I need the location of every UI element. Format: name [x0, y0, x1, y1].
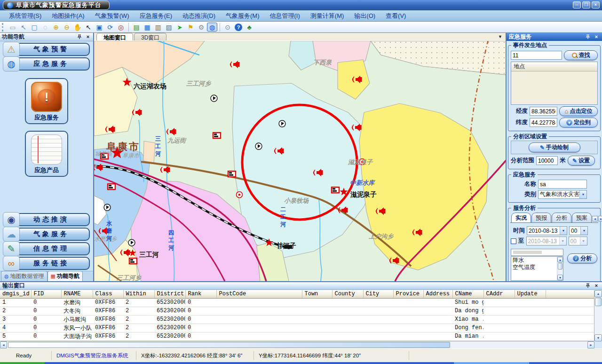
- layers-icon[interactable]: ▤: [131, 23, 142, 32]
- table-row[interactable]: 10水磨沟0XFF8626523020000Shui mo gou: [0, 298, 594, 307]
- pin-icon[interactable]: [585, 283, 591, 289]
- settings-gear-icon[interactable]: ⚙: [196, 23, 206, 32]
- close-button[interactable]: ×: [592, 1, 600, 8]
- zoom-in-icon[interactable]: ⊕: [51, 23, 61, 32]
- list-item[interactable]: 空气温度: [511, 264, 556, 271]
- column-header[interactable]: CName: [452, 290, 483, 298]
- search-button[interactable]: 查找: [564, 50, 598, 60]
- column-header[interactable]: dmgis_id: [0, 290, 31, 298]
- globe-view-icon[interactable]: ◍: [207, 23, 217, 32]
- tab-forecast[interactable]: 预报: [531, 213, 551, 222]
- plot-print-icon[interactable]: ▨: [164, 23, 174, 32]
- location-list[interactable]: 地点: [511, 62, 598, 105]
- close-icon[interactable]: ×: [85, 34, 91, 40]
- manual-draw-button[interactable]: ✎手动绘制: [529, 142, 580, 152]
- nav-item-service-link[interactable]: ∞服务链接: [3, 257, 90, 270]
- tab-plan[interactable]: 预案: [572, 213, 592, 222]
- big-button-emergency-service[interactable]: !应急服务: [25, 78, 68, 124]
- pin-icon[interactable]: [585, 34, 591, 40]
- minimize-button[interactable]: ─: [573, 1, 581, 8]
- select-free-icon[interactable]: ◌: [40, 23, 50, 32]
- column-header[interactable]: PostCode: [216, 290, 302, 298]
- zoom-out-icon[interactable]: ⊖: [62, 23, 72, 32]
- column-header[interactable]: Rank: [185, 290, 216, 298]
- window-list-dropdown-icon[interactable]: ▼: [498, 34, 502, 39]
- select-rect-icon[interactable]: ▢: [29, 23, 40, 32]
- column-header[interactable]: FID: [31, 290, 61, 298]
- nav-item-emergency-service[interactable]: ◍应急服务: [3, 57, 90, 71]
- menu-item[interactable]: 气象预警(W): [90, 12, 135, 20]
- output-vertical-scrollbar[interactable]: ▲ ▼: [594, 290, 602, 341]
- menu-item[interactable]: 信息管理(I): [265, 12, 305, 20]
- zoom-scale-icon[interactable]: ◎: [116, 23, 126, 32]
- column-header[interactable]: Provice: [393, 290, 423, 298]
- close-icon[interactable]: ×: [593, 283, 600, 289]
- scroll-down-icon[interactable]: ▼: [557, 275, 563, 280]
- menu-item[interactable]: 系统管理(S): [4, 12, 47, 20]
- menu-item[interactable]: 地图操作(A): [47, 12, 89, 20]
- visibility-eye-icon[interactable]: ⊙: [222, 23, 233, 32]
- nav-item-info-management[interactable]: ✎信息管理: [3, 242, 90, 255]
- column-header[interactable]: Class: [93, 290, 123, 298]
- tab-func-nav[interactable]: ▦功能导航: [48, 271, 83, 281]
- analysis-range-input[interactable]: [536, 156, 558, 165]
- element-listbox[interactable]: 降水空气温度 ▲ ▼: [511, 256, 563, 281]
- tab-scroll-left-icon[interactable]: ◄: [592, 216, 598, 222]
- location-keyword-input[interactable]: [511, 51, 562, 60]
- service-type-select[interactable]: 气象和洪水灾害 ▼: [538, 190, 587, 199]
- map-canvas[interactable]: 六运湖农场三工河乡下西泉九运街阜康市城关镇阜康市滋泥泉子中新水库滋泥泉子小泉牧场…: [94, 41, 506, 281]
- menu-item[interactable]: 应急服务(E): [135, 12, 177, 20]
- full-extent-icon[interactable]: ▣: [94, 23, 104, 32]
- nav-item-weather-warning[interactable]: ⚠气象预警: [3, 43, 90, 56]
- dropdown-arrow-icon[interactable]: ▼: [560, 227, 567, 235]
- output-horizontal-scrollbar[interactable]: ◄ ►: [0, 341, 594, 348]
- scroll-left-icon[interactable]: ◄: [0, 341, 7, 348]
- column-header[interactable]: Town: [302, 290, 332, 298]
- column-header[interactable]: City: [363, 290, 393, 298]
- scroll-right-icon[interactable]: ►: [587, 341, 594, 348]
- dropdown-arrow-icon[interactable]: ▼: [580, 227, 587, 235]
- table-row[interactable]: 30小马厩沟0XFF8626523020000Xiao ma ...: [0, 315, 594, 324]
- service-name-input[interactable]: [538, 180, 587, 189]
- longitude-input[interactable]: [530, 107, 557, 116]
- tab-analyze[interactable]: 分析: [552, 213, 571, 222]
- column-header[interactable]: RNAME: [61, 290, 93, 298]
- menu-item[interactable]: 输出(O): [349, 12, 380, 20]
- dropdown-arrow-icon[interactable]: ▼: [579, 190, 586, 198]
- menu-item[interactable]: 气象服务(M): [221, 12, 265, 20]
- toolbar-grip[interactable]: [2, 23, 5, 32]
- column-header[interactable]: Within: [123, 290, 154, 298]
- latitude-input[interactable]: [530, 118, 557, 127]
- pick-feature-icon[interactable]: ➤: [174, 23, 185, 32]
- column-header[interactable]: Address: [423, 290, 452, 298]
- legend-tree-icon[interactable]: ♣: [244, 23, 254, 32]
- menu-item[interactable]: 查看(V): [380, 12, 411, 20]
- column-header[interactable]: Update: [515, 290, 546, 298]
- scroll-up-icon[interactable]: ▲: [594, 290, 602, 297]
- nav-item-weather-service[interactable]: ☁气象服务: [3, 228, 90, 241]
- tab-map-window[interactable]: 地图窗口: [96, 33, 133, 40]
- tab-map-data[interactable]: ◍地图数据管理: [1, 271, 48, 281]
- tab-live[interactable]: 实况: [511, 213, 531, 222]
- analyze-button[interactable]: i分析: [567, 253, 597, 263]
- big-button-emergency-product[interactable]: 应急产品: [25, 131, 68, 177]
- click-locate-button[interactable]: ⌂点击定位: [559, 106, 598, 116]
- column-header[interactable]: CAddr: [483, 290, 515, 298]
- select-point-icon[interactable]: ↖: [18, 23, 29, 32]
- hour-select[interactable]: 00▼: [569, 226, 588, 235]
- to-checkbox[interactable]: [511, 238, 516, 244]
- date-select[interactable]: 2010-08-13▼: [527, 226, 567, 235]
- print-icon[interactable]: ▥: [153, 23, 163, 32]
- tab-scroll-right-icon[interactable]: ►: [598, 216, 602, 222]
- refresh-icon[interactable]: ⟳: [105, 23, 115, 32]
- table-row[interactable]: 20大冬沟0XFF8626523020000Da dong gou: [0, 307, 594, 315]
- measure-icon[interactable]: ▭: [8, 23, 18, 32]
- list-item[interactable]: 降水: [511, 257, 556, 264]
- listbox-scrollbar[interactable]: ▲ ▼: [557, 257, 563, 280]
- menu-item[interactable]: 测量计算(M): [305, 12, 349, 20]
- table-row[interactable]: 50大面场子沟0XFF8626523020000Da mian ...: [0, 332, 594, 340]
- scroll-down-icon[interactable]: ▼: [594, 334, 602, 341]
- tab-3d-window[interactable]: 3D窗口: [134, 33, 166, 40]
- set-range-button[interactable]: ✎设置: [568, 156, 595, 166]
- restore-button[interactable]: ❐: [582, 1, 590, 8]
